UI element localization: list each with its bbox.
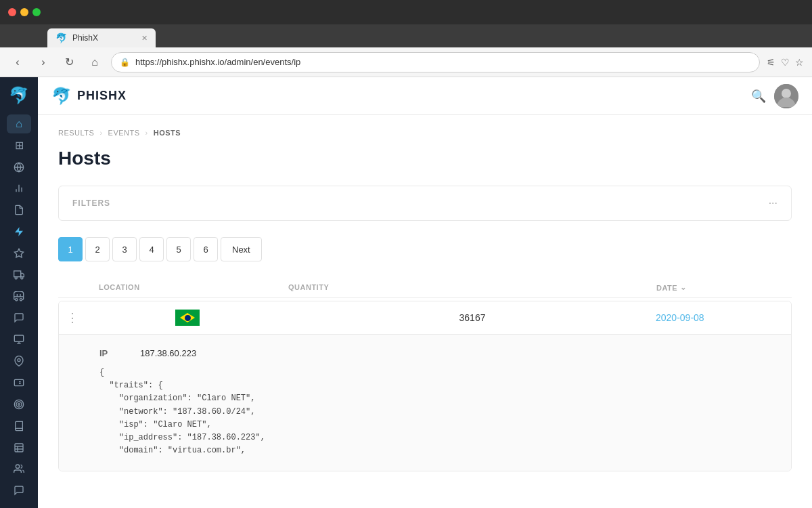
tab-close-button[interactable]: ✕ <box>141 34 148 43</box>
svg-point-6 <box>21 276 23 278</box>
extensions-button[interactable]: ⚟ <box>767 57 775 68</box>
next-page-button[interactable]: Next <box>221 237 262 261</box>
sidebar-item-grid[interactable]: ⊞ <box>7 136 31 155</box>
reload-button[interactable]: ↻ <box>60 53 78 72</box>
breadcrumb-current: HOSTS <box>154 129 181 137</box>
tab-title: PhishX <box>72 33 98 43</box>
svg-rect-20 <box>15 444 23 452</box>
maximize-button[interactable] <box>32 8 41 16</box>
tab-favicon-icon: 🐬 <box>55 33 67 43</box>
main-content: RESULTS › EVENTS › HOSTS Hosts FILTERS ·… <box>38 115 812 508</box>
filters-menu-button[interactable]: ··· <box>769 197 777 209</box>
table-row: ⋮ 36167 2020-09-08 <box>58 301 792 471</box>
svg-point-8 <box>20 298 22 300</box>
brazil-flag-icon <box>175 310 200 326</box>
bookmarks-button[interactable]: ♡ <box>781 57 790 68</box>
column-date-label: DATE <box>656 284 677 292</box>
row-detail: IP 187.38.60.223 { "traits": { "organiza… <box>59 334 791 471</box>
sort-icon[interactable]: ⌄ <box>680 283 687 292</box>
filters-label: FILTERS <box>72 198 110 208</box>
flag-diamond <box>180 313 195 322</box>
sidebar-logo-icon: 🐬 <box>9 86 29 105</box>
breadcrumb: RESULTS › EVENTS › HOSTS <box>58 129 792 137</box>
address-bar[interactable]: 🔒 https://phishx.phishx.io/admin/en/even… <box>111 52 760 72</box>
sidebar-item-chat[interactable] <box>7 309 31 328</box>
ip-label: IP <box>99 348 127 358</box>
table-row-main: ⋮ 36167 2020-09-08 <box>59 301 791 334</box>
minimize-button[interactable] <box>20 8 28 16</box>
breadcrumb-results[interactable]: RESULTS <box>58 129 94 137</box>
app-logo-text: PHISHX <box>77 89 127 103</box>
svg-point-24 <box>16 465 19 468</box>
url-text: https://phishx.phishx.io/admin/en/events… <box>135 57 300 67</box>
row-actions-button[interactable]: ⋮ <box>59 310 86 325</box>
svg-point-7 <box>16 298 18 300</box>
breadcrumb-events[interactable]: EVENTS <box>108 129 140 137</box>
svg-marker-2 <box>14 249 23 257</box>
detail-json: { "traits": { "organization": "Claro NET… <box>99 366 750 457</box>
sidebar-item-users[interactable] <box>7 459 31 478</box>
svg-rect-9 <box>14 335 23 341</box>
svg-rect-3 <box>14 271 21 277</box>
security-icon: 🔒 <box>120 58 130 67</box>
row-quantity: 36167 <box>289 312 656 323</box>
page-3-button[interactable]: 3 <box>112 237 137 261</box>
filters-box: FILTERS ··· <box>58 186 792 221</box>
table-header: LOCATION QUANTITY DATE ⌄ <box>58 278 792 298</box>
traffic-lights <box>8 8 41 16</box>
search-button[interactable]: 🔍 <box>751 89 766 104</box>
active-tab[interactable]: 🐬 PhishX ✕ <box>47 28 156 47</box>
sidebar-item-book[interactable] <box>7 417 31 436</box>
browser-titlebar <box>0 0 812 24</box>
sidebar: 🐬 ⌂ ⊞ <box>0 77 38 508</box>
sidebar-item-monitor[interactable] <box>7 330 31 349</box>
sidebar-item-target[interactable] <box>7 395 31 414</box>
sidebar-item-pin[interactable] <box>7 352 31 371</box>
svg-marker-4 <box>21 273 24 276</box>
page-1-button[interactable]: 1 <box>58 237 83 261</box>
column-location: LOCATION <box>58 283 288 292</box>
app-logo: 🐬 PHISHX <box>51 87 127 106</box>
svg-rect-13 <box>14 379 23 385</box>
app-logo-dolphin-icon: 🐬 <box>51 87 72 106</box>
column-date: DATE ⌄ <box>656 283 792 292</box>
app-container: 🐬 ⌂ ⊞ <box>0 77 812 508</box>
nav-bar: ‹ › ↻ ⌂ 🔒 https://phishx.phishx.io/admin… <box>0 47 812 77</box>
page-title: Hosts <box>58 148 792 169</box>
close-button[interactable] <box>8 8 16 16</box>
sidebar-item-table[interactable] <box>7 438 31 457</box>
sidebar-item-truck[interactable] <box>7 266 31 284</box>
sidebar-item-bus[interactable] <box>7 287 31 306</box>
page-5-button[interactable]: 5 <box>166 237 191 261</box>
sidebar-logo: 🐬 <box>5 85 32 106</box>
ip-value: 187.38.60.223 <box>140 348 196 358</box>
sidebar-item-file[interactable] <box>7 200 31 219</box>
svg-point-18 <box>16 402 22 407</box>
app-header: 🐬 PHISHX 🔍 <box>38 77 812 115</box>
flag-circle <box>185 315 191 321</box>
content-area: RESULTS › EVENTS › HOSTS Hosts FILTERS ·… <box>38 115 812 490</box>
sidebar-item-star[interactable] <box>7 244 31 263</box>
sidebar-item-bolt[interactable] <box>7 222 31 241</box>
svg-point-26 <box>782 89 791 98</box>
pagination: 1 2 3 4 5 6 Next <box>58 237 792 261</box>
home-nav-button[interactable]: ⌂ <box>85 53 104 72</box>
sidebar-item-chart[interactable] <box>7 179 31 198</box>
bookmark-star-button[interactable]: ☆ <box>795 57 804 68</box>
page-2-button[interactable]: 2 <box>85 237 110 261</box>
svg-point-19 <box>18 403 20 405</box>
page-4-button[interactable]: 4 <box>139 237 164 261</box>
sidebar-item-home[interactable]: ⌂ <box>7 114 31 133</box>
svg-point-5 <box>15 276 17 278</box>
sidebar-item-id[interactable] <box>7 373 31 392</box>
user-avatar[interactable] <box>774 84 798 108</box>
detail-ip-field: IP 187.38.60.223 <box>99 348 750 358</box>
page-6-button[interactable]: 6 <box>194 237 218 261</box>
back-button[interactable]: ‹ <box>8 53 27 72</box>
sidebar-item-globe[interactable] <box>7 158 31 177</box>
tab-bar: 🐬 PhishX ✕ <box>0 24 812 47</box>
forward-button[interactable]: › <box>34 53 53 72</box>
column-quantity: QUANTITY <box>288 283 656 292</box>
row-date[interactable]: 2020-09-08 <box>656 312 791 323</box>
sidebar-item-comment[interactable] <box>7 481 31 500</box>
